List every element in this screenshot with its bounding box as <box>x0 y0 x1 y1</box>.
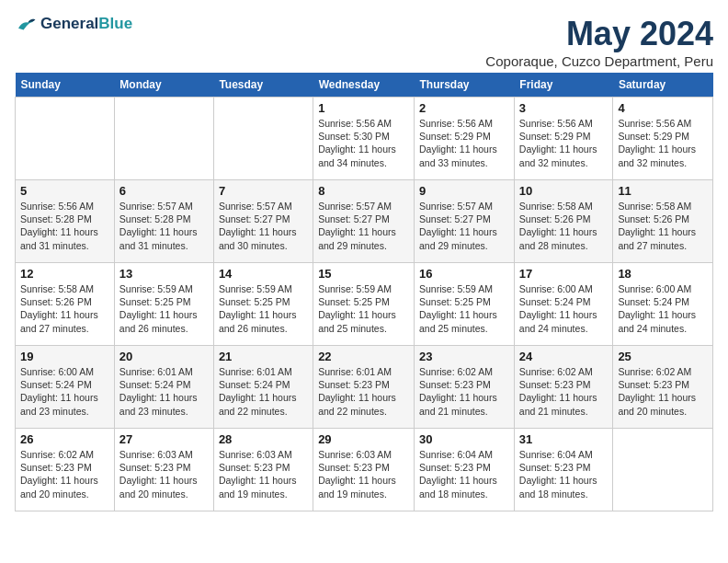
day-number: 23 <box>419 350 509 363</box>
day-info: Sunrise: 6:02 AM Sunset: 5:23 PM Dayligh… <box>519 365 609 418</box>
calendar-cell: 16Sunrise: 5:59 AM Sunset: 5:25 PM Dayli… <box>415 263 515 346</box>
calendar-cell: 22Sunrise: 6:01 AM Sunset: 5:23 PM Dayli… <box>313 346 415 429</box>
day-info: Sunrise: 5:59 AM Sunset: 5:25 PM Dayligh… <box>219 282 308 335</box>
day-info: Sunrise: 5:56 AM Sunset: 5:29 PM Dayligh… <box>419 117 509 169</box>
day-number: 26 <box>20 432 109 446</box>
day-header-sunday: Sunday <box>16 73 115 98</box>
calendar-table: SundayMondayTuesdayWednesdayThursdayFrid… <box>15 73 713 511</box>
day-info: Sunrise: 5:56 AM Sunset: 5:28 PM Dayligh… <box>20 200 109 252</box>
logo: GeneralBlue <box>15 15 132 33</box>
calendar-cell: 10Sunrise: 5:58 AM Sunset: 5:26 PM Dayli… <box>514 180 613 263</box>
day-info: Sunrise: 5:58 AM Sunset: 5:26 PM Dayligh… <box>618 200 708 252</box>
calendar-cell: 4Sunrise: 5:56 AM Sunset: 5:29 PM Daylig… <box>613 98 713 180</box>
day-number: 31 <box>519 432 609 446</box>
calendar-cell: 13Sunrise: 5:59 AM Sunset: 5:25 PM Dayli… <box>114 263 213 346</box>
day-number: 24 <box>519 350 609 363</box>
week-row-1: 1Sunrise: 5:56 AM Sunset: 5:30 PM Daylig… <box>16 98 713 180</box>
day-info: Sunrise: 6:03 AM Sunset: 5:23 PM Dayligh… <box>119 448 209 500</box>
calendar-cell: 25Sunrise: 6:02 AM Sunset: 5:23 PM Dayli… <box>613 346 713 429</box>
calendar-cell: 2Sunrise: 5:56 AM Sunset: 5:29 PM Daylig… <box>415 98 515 180</box>
day-info: Sunrise: 6:01 AM Sunset: 5:24 PM Dayligh… <box>119 365 209 418</box>
calendar-cell: 19Sunrise: 6:00 AM Sunset: 5:24 PM Dayli… <box>16 346 115 429</box>
day-number: 8 <box>318 184 409 198</box>
calendar-cell <box>213 98 313 180</box>
day-number: 2 <box>419 101 509 115</box>
calendar-cell: 30Sunrise: 6:04 AM Sunset: 5:23 PM Dayli… <box>415 429 515 511</box>
day-info: Sunrise: 6:00 AM Sunset: 5:24 PM Dayligh… <box>519 282 609 335</box>
day-info: Sunrise: 5:59 AM Sunset: 5:25 PM Dayligh… <box>318 282 409 335</box>
day-info: Sunrise: 6:02 AM Sunset: 5:23 PM Dayligh… <box>419 365 509 418</box>
day-info: Sunrise: 5:58 AM Sunset: 5:26 PM Dayligh… <box>20 282 109 335</box>
day-info: Sunrise: 6:00 AM Sunset: 5:24 PM Dayligh… <box>20 365 109 418</box>
calendar-cell: 11Sunrise: 5:58 AM Sunset: 5:26 PM Dayli… <box>613 180 713 263</box>
day-info: Sunrise: 6:04 AM Sunset: 5:23 PM Dayligh… <box>519 448 609 500</box>
day-number: 15 <box>318 267 409 281</box>
day-number: 13 <box>119 267 209 281</box>
day-header-thursday: Thursday <box>415 73 515 98</box>
title-block: May 2024 Coporaque, Cuzco Department, Pe… <box>485 15 713 69</box>
day-info: Sunrise: 5:58 AM Sunset: 5:26 PM Dayligh… <box>519 200 609 252</box>
day-number: 14 <box>219 267 308 281</box>
calendar-cell <box>613 429 713 511</box>
day-info: Sunrise: 6:01 AM Sunset: 5:23 PM Dayligh… <box>318 365 409 418</box>
location: Coporaque, Cuzco Department, Peru <box>485 53 713 69</box>
day-header-wednesday: Wednesday <box>313 73 415 98</box>
day-number: 5 <box>20 184 109 198</box>
week-row-3: 12Sunrise: 5:58 AM Sunset: 5:26 PM Dayli… <box>16 263 713 346</box>
day-info: Sunrise: 5:57 AM Sunset: 5:27 PM Dayligh… <box>419 200 509 252</box>
day-number: 21 <box>219 350 308 363</box>
day-info: Sunrise: 6:00 AM Sunset: 5:24 PM Dayligh… <box>618 282 708 335</box>
day-info: Sunrise: 5:56 AM Sunset: 5:29 PM Dayligh… <box>519 117 609 169</box>
week-row-2: 5Sunrise: 5:56 AM Sunset: 5:28 PM Daylig… <box>16 180 713 263</box>
calendar-cell: 18Sunrise: 6:00 AM Sunset: 5:24 PM Dayli… <box>613 263 713 346</box>
day-info: Sunrise: 5:59 AM Sunset: 5:25 PM Dayligh… <box>419 282 509 335</box>
day-number: 25 <box>618 350 708 363</box>
day-info: Sunrise: 5:57 AM Sunset: 5:28 PM Dayligh… <box>119 200 209 252</box>
day-info: Sunrise: 6:03 AM Sunset: 5:23 PM Dayligh… <box>219 448 308 500</box>
calendar-cell: 24Sunrise: 6:02 AM Sunset: 5:23 PM Dayli… <box>514 346 613 429</box>
calendar-cell: 31Sunrise: 6:04 AM Sunset: 5:23 PM Dayli… <box>514 429 613 511</box>
days-header-row: SundayMondayTuesdayWednesdayThursdayFrid… <box>16 73 713 98</box>
day-number: 22 <box>318 350 409 363</box>
calendar-cell: 26Sunrise: 6:02 AM Sunset: 5:23 PM Dayli… <box>16 429 115 511</box>
day-number: 12 <box>20 267 109 281</box>
day-number: 27 <box>119 432 209 446</box>
calendar-cell: 29Sunrise: 6:03 AM Sunset: 5:23 PM Dayli… <box>313 429 415 511</box>
day-info: Sunrise: 5:56 AM Sunset: 5:30 PM Dayligh… <box>318 117 409 169</box>
day-number: 11 <box>618 184 708 198</box>
day-header-friday: Friday <box>514 73 613 98</box>
calendar-cell: 14Sunrise: 5:59 AM Sunset: 5:25 PM Dayli… <box>213 263 313 346</box>
day-header-tuesday: Tuesday <box>213 73 313 98</box>
day-info: Sunrise: 5:59 AM Sunset: 5:25 PM Dayligh… <box>119 282 209 335</box>
day-number: 16 <box>419 267 509 281</box>
calendar-cell: 15Sunrise: 5:59 AM Sunset: 5:25 PM Dayli… <box>313 263 415 346</box>
calendar-cell: 6Sunrise: 5:57 AM Sunset: 5:28 PM Daylig… <box>114 180 213 263</box>
day-info: Sunrise: 6:02 AM Sunset: 5:23 PM Dayligh… <box>618 365 708 418</box>
calendar-cell: 1Sunrise: 5:56 AM Sunset: 5:30 PM Daylig… <box>313 98 415 180</box>
day-number: 6 <box>119 184 209 198</box>
calendar-cell: 27Sunrise: 6:03 AM Sunset: 5:23 PM Dayli… <box>114 429 213 511</box>
day-info: Sunrise: 6:01 AM Sunset: 5:24 PM Dayligh… <box>219 365 308 418</box>
day-number: 10 <box>519 184 609 198</box>
day-info: Sunrise: 6:04 AM Sunset: 5:23 PM Dayligh… <box>419 448 509 500</box>
day-number: 29 <box>318 432 409 446</box>
calendar-cell: 9Sunrise: 5:57 AM Sunset: 5:27 PM Daylig… <box>415 180 515 263</box>
calendar-cell: 17Sunrise: 6:00 AM Sunset: 5:24 PM Dayli… <box>514 263 613 346</box>
calendar-cell: 5Sunrise: 5:56 AM Sunset: 5:28 PM Daylig… <box>16 180 115 263</box>
day-number: 30 <box>419 432 509 446</box>
day-header-saturday: Saturday <box>613 73 713 98</box>
day-number: 20 <box>119 350 209 363</box>
day-info: Sunrise: 5:56 AM Sunset: 5:29 PM Dayligh… <box>618 117 708 169</box>
day-info: Sunrise: 5:57 AM Sunset: 5:27 PM Dayligh… <box>219 200 308 252</box>
calendar-cell: 12Sunrise: 5:58 AM Sunset: 5:26 PM Dayli… <box>16 263 115 346</box>
day-info: Sunrise: 5:57 AM Sunset: 5:27 PM Dayligh… <box>318 200 409 252</box>
day-info: Sunrise: 6:03 AM Sunset: 5:23 PM Dayligh… <box>318 448 409 500</box>
day-number: 19 <box>20 350 109 363</box>
day-number: 28 <box>219 432 308 446</box>
calendar-cell: 21Sunrise: 6:01 AM Sunset: 5:24 PM Dayli… <box>213 346 313 429</box>
day-number: 9 <box>419 184 509 198</box>
week-row-4: 19Sunrise: 6:00 AM Sunset: 5:24 PM Dayli… <box>16 346 713 429</box>
calendar-cell: 7Sunrise: 5:57 AM Sunset: 5:27 PM Daylig… <box>213 180 313 263</box>
logo-bird-icon <box>15 15 37 33</box>
day-number: 3 <box>519 101 609 115</box>
